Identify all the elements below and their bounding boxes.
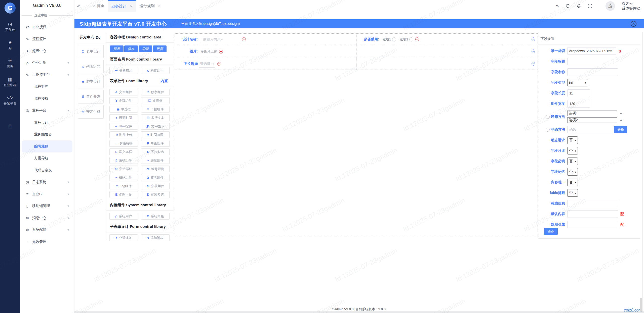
radio-input[interactable] xyxy=(392,37,396,41)
control-checkbox-widget[interactable]: ☑多选框 xyxy=(141,97,170,104)
control-pierce-help[interactable]: ↻穿透帮助 xyxy=(109,166,138,172)
remove-row-icon[interactable] xyxy=(532,62,535,66)
field-name-input[interactable] xyxy=(567,68,618,76)
list-define-button[interactable]: ♫列表定义 xyxy=(78,60,104,73)
control-money-widget[interactable]: ¥金额组件 xyxy=(109,97,138,104)
update-button[interactable]: 更新 xyxy=(153,45,167,52)
user-info[interactable]: 流之云 系统管理员 xyxy=(622,1,640,11)
field-required-select[interactable]: 否▾ xyxy=(567,158,578,165)
tab-numbering-rule[interactable]: 编号规则✕ xyxy=(136,0,164,12)
remove-row-icon[interactable] xyxy=(532,37,535,41)
sidebar-item-code-custom[interactable]: 代码自定义 xyxy=(20,164,74,176)
default-content-input[interactable] xyxy=(567,210,618,218)
control-textshow-widget[interactable]: あ文字显示 xyxy=(141,123,170,130)
field-type-select[interactable]: int▾ xyxy=(567,79,588,86)
control-radio-widget[interactable]: ◉单选框 xyxy=(109,106,138,113)
notification-bell-icon[interactable] xyxy=(577,4,581,8)
control-signature-widget[interactable]: ≥签名组件 xyxy=(141,174,170,181)
dropdown-select[interactable]: 请选择 ▾ xyxy=(199,60,215,68)
static-method-option-input[interactable] xyxy=(567,111,617,116)
tab-business-design[interactable]: 业务设计✕ xyxy=(108,0,136,12)
remove-field-icon[interactable] xyxy=(217,62,221,66)
sidebar-item-system-config[interactable]: ⊛系统配置▼ xyxy=(20,224,74,236)
canvas-cell-empty[interactable] xyxy=(356,45,538,58)
multi-image-upload-placeholder[interactable]: 多图片上传 xyxy=(201,49,217,54)
control-datetime-widget[interactable]: ◑日期时间 xyxy=(109,114,138,121)
control-text-widget[interactable]: A文本组件 xyxy=(109,89,138,95)
static-method-radio[interactable] xyxy=(546,115,550,119)
tab-close-icon[interactable]: ✕ xyxy=(158,4,161,8)
rule-engine-config-link[interactable]: 配 xyxy=(620,222,624,227)
remove-row-icon[interactable] xyxy=(532,49,535,53)
sidebar-item-process-auth[interactable]: 流程授权 xyxy=(20,93,74,105)
rail-item-ai[interactable]: ♣Ai xyxy=(0,40,20,51)
event-develop-button[interactable]: ♛事件开发 xyxy=(78,90,104,103)
configure-button[interactable]: 配置 xyxy=(110,45,124,52)
refresh-icon[interactable] xyxy=(565,4,570,8)
control-multi-select[interactable]: S下拉多选 xyxy=(141,148,170,155)
fullscreen-icon[interactable] xyxy=(588,4,592,8)
control-hyperlink-widget[interactable]: ↔超级链接 xyxy=(109,140,138,147)
canvas-cell-design-name[interactable]: 设计名称: xyxy=(175,34,356,45)
field-memory-select[interactable]: 否▾ xyxy=(567,168,578,176)
canvas-cell-dropdown[interactable]: 下拉选择 请选择 ▾ xyxy=(175,58,356,70)
sidebar-item-numbering-rule[interactable]: 编号规则 xyxy=(22,140,72,152)
sidebar-item-log-system[interactable]: ◷日志系统▼ xyxy=(20,176,74,188)
sidebar-item-message-center[interactable]: ⊛消息中心▼ xyxy=(20,212,74,224)
control-time-range[interactable]: ≈时间范围 xyxy=(141,131,170,138)
content-unique-select[interactable]: 否▾ xyxy=(567,179,578,186)
remove-field-icon[interactable] xyxy=(415,37,419,41)
control-html-widget[interactable]: ℮Html控件 xyxy=(109,123,138,130)
control-single-image[interactable]: P单图组件 xyxy=(141,140,170,147)
remove-option-icon[interactable]: − xyxy=(620,111,622,116)
rule-engine-input[interactable] xyxy=(567,221,618,228)
widget-width-input[interactable] xyxy=(567,100,590,108)
sidebar-item-process-manage[interactable]: 流程管理 xyxy=(20,81,74,93)
control-number-widget[interactable]: ½数字组件 xyxy=(141,89,170,95)
app-logo[interactable]: G xyxy=(5,3,16,14)
banner-close-icon[interactable]: ✕ xyxy=(631,21,636,27)
dynamic-request-select[interactable]: 否▾ xyxy=(567,136,578,144)
control-transfer-widget[interactable]: Æ穿梭组件 xyxy=(141,183,170,189)
control-textarea-widget[interactable]: ▤多行文本 xyxy=(141,114,170,121)
field-readonly-select[interactable]: 否▾ xyxy=(567,147,578,154)
rail-item-manage[interactable]: ✳管理 xyxy=(0,58,20,69)
control-system-user[interactable]: ρ系统用户 xyxy=(109,213,138,220)
save-button[interactable]: 保存 xyxy=(124,45,138,52)
sidebar-item-mobile-manage[interactable]: ▯移动端管理▼ xyxy=(20,200,74,212)
control-attachment-upload[interactable]: ⇥附件上传 xyxy=(109,131,138,138)
field-length-input[interactable] xyxy=(567,89,590,97)
tabs-collapse-icon[interactable]: « xyxy=(77,3,80,9)
rail-item-workbench[interactable]: ◷工作台 xyxy=(0,22,20,32)
sidebar-item-meta-manage[interactable]: ◌元数管理 xyxy=(20,236,74,248)
control-grid-layout[interactable]: ↭栅格布局 xyxy=(109,67,138,74)
sidebar-item-business-design[interactable]: 业务设计 xyxy=(20,117,74,129)
sidebar-item-enterprise-bi[interactable]: ≡企业BI▼ xyxy=(20,188,74,200)
field-title-input[interactable] xyxy=(567,58,618,65)
refresh-button[interactable]: 刷新 xyxy=(139,45,152,52)
help-info-input[interactable] xyxy=(567,200,618,207)
sidebar-item-enterprise-auth[interactable]: ⇄企业授权 xyxy=(20,21,74,33)
builtin-link[interactable]: 内置 xyxy=(160,79,168,83)
sidebar-item-enterprise-org[interactable]: ρ企业组织▼ xyxy=(20,57,74,69)
dynamic-method-input[interactable] xyxy=(567,126,613,133)
tab-close-icon[interactable]: ✕ xyxy=(130,5,133,8)
scrollbar-thumb[interactable] xyxy=(640,298,642,311)
rail-item-dev-platform[interactable]: </>开发平台 xyxy=(0,95,20,106)
remove-field-icon[interactable] xyxy=(242,37,246,41)
control-dropdown-widget[interactable]: ≡下拉组件 xyxy=(141,106,170,113)
control-tag-widget[interactable]: ωTag组件 xyxy=(109,183,138,189)
control-cascade-widget[interactable]: §级联组件 xyxy=(109,157,138,164)
sidebar-item-process-monitor[interactable]: ∿流程监控 xyxy=(20,33,74,45)
control-add-subtable[interactable]: §添加附表 xyxy=(141,234,170,241)
sidebar-item-workflow-platform[interactable]: ∿工作流平台▼ xyxy=(20,69,74,81)
sidebar-item-super-center[interactable]: ●超级中心 xyxy=(20,45,74,57)
control-group-line[interactable]: §分组线条 xyxy=(109,234,138,241)
form-design-button[interactable]: ↥表单设计 xyxy=(78,45,104,58)
rail-item-enterprise-hub[interactable]: ▦企业中枢 xyxy=(0,77,20,87)
static-method-option-input[interactable] xyxy=(567,117,617,123)
design-name-input[interactable] xyxy=(201,36,240,43)
default-content-config-link[interactable]: 配 xyxy=(620,212,624,217)
sidebar-item-scheme-nav[interactable]: 方案导航 xyxy=(20,152,74,165)
tabs-expand-icon[interactable]: » xyxy=(556,3,559,9)
